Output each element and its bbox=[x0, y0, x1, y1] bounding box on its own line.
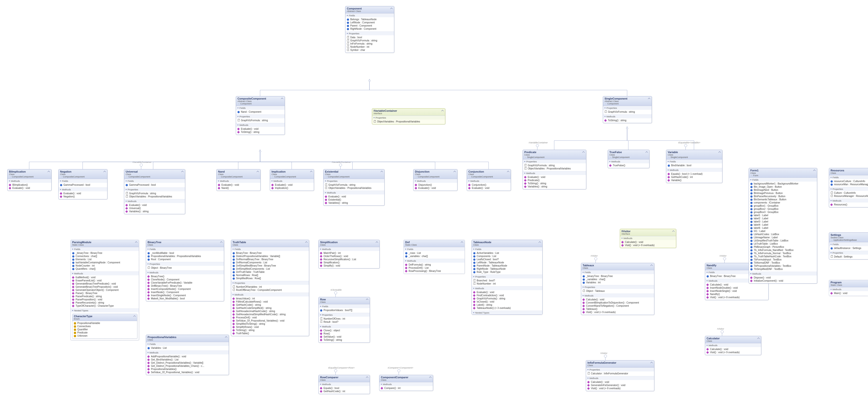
class-box-conjunction[interactable]: Conjunction Class CompositeComponent Met… bbox=[467, 169, 511, 191]
section-header[interactable]: Properties bbox=[345, 32, 394, 35]
class-box-dnf[interactable]: Dnf Static Class Fields_rows : List_vari… bbox=[403, 240, 465, 274]
section-header[interactable]: Methods bbox=[523, 171, 586, 175]
section-header[interactable]: Fields bbox=[749, 178, 817, 181]
class-box-tableauxnode[interactable]: TableauxNode Class FieldsActiveVariables… bbox=[471, 240, 542, 315]
section-header[interactable]: Methods bbox=[404, 259, 465, 263]
section-header[interactable]: Methods bbox=[236, 123, 285, 127]
section-header[interactable]: Fields bbox=[472, 247, 542, 251]
section-header[interactable]: Nested Types bbox=[472, 311, 542, 314]
chevron-up-icon[interactable] bbox=[380, 170, 383, 173]
section-header[interactable]: Fields bbox=[319, 305, 370, 308]
chevron-up-icon[interactable] bbox=[181, 170, 184, 173]
section-header[interactable]: Methods bbox=[379, 382, 433, 386]
section-header[interactable]: Methods bbox=[603, 115, 652, 118]
chevron-up-icon[interactable] bbox=[256, 170, 259, 173]
chevron-up-icon[interactable] bbox=[672, 230, 675, 232]
class-box-predicate[interactable]: Predicate Class SingleComponent Properti… bbox=[523, 150, 586, 189]
chevron-up-icon[interactable] bbox=[650, 362, 653, 364]
section-header[interactable]: Properties bbox=[603, 106, 652, 110]
chevron-up-icon[interactable] bbox=[390, 7, 393, 10]
section-header[interactable]: Fields bbox=[124, 179, 185, 183]
chevron-up-icon[interactable] bbox=[441, 110, 443, 112]
section-header[interactable]: Methods bbox=[581, 294, 654, 297]
section-header[interactable]: Fields bbox=[345, 13, 394, 17]
chevron-up-icon[interactable] bbox=[281, 97, 283, 100]
chevron-up-icon[interactable] bbox=[650, 264, 653, 266]
chevron-up-icon[interactable] bbox=[538, 241, 541, 244]
class-box-binarytree[interactable]: BinaryTree Class Fields_nonModifiable : … bbox=[146, 240, 224, 301]
chevron-up-icon[interactable] bbox=[582, 151, 585, 153]
chevron-up-icon[interactable] bbox=[366, 298, 368, 301]
class-box-resources[interactable]: Resources Class FieldsresourceCulture : … bbox=[829, 168, 868, 207]
chevron-up-icon[interactable] bbox=[376, 241, 378, 244]
chevron-up-icon[interactable] bbox=[461, 241, 463, 244]
section-header[interactable]: Fields bbox=[404, 247, 465, 251]
chevron-up-icon[interactable] bbox=[48, 170, 50, 173]
class-box-rowcomparer[interactable]: RowComparer Class MethodsEquals() : bool… bbox=[318, 375, 370, 394]
chevron-up-icon[interactable] bbox=[366, 376, 368, 378]
class-box-propositionalvariables[interactable]: PropositionalVariables Class FieldsVaria… bbox=[146, 335, 229, 375]
chevron-up-icon[interactable] bbox=[225, 336, 227, 338]
chevron-up-icon[interactable] bbox=[507, 170, 509, 173]
class-box-tableaux[interactable]: Tableaux Class Fields_binaryTree : Binar… bbox=[581, 263, 654, 315]
chevron-up-icon[interactable] bbox=[220, 241, 222, 244]
class-box-disjunction[interactable]: Disjunction Class CompositeComponent Met… bbox=[413, 169, 458, 191]
section-header[interactable]: Methods bbox=[59, 188, 107, 191]
section-header[interactable]: Methods bbox=[319, 382, 370, 386]
class-box-row[interactable]: Row Class FieldsPropositionValues : bool… bbox=[318, 297, 370, 343]
class-box-singlecomponent[interactable]: SingleComponent Abstract Class Component… bbox=[603, 96, 652, 123]
section-header[interactable]: Fields bbox=[71, 247, 139, 251]
section-header[interactable]: Methods bbox=[620, 236, 676, 240]
class-box-universal[interactable]: Universal Class CompositeComponent Field… bbox=[124, 169, 185, 214]
class-box-truthtable[interactable]: TruthTable Class FieldsBinaryTree : Bina… bbox=[231, 240, 309, 336]
section-header[interactable]: Properties bbox=[323, 179, 384, 183]
section-header[interactable]: Fields bbox=[146, 247, 224, 251]
class-box-componentcomparer[interactable]: ComponentComparer Class MethodsCompare()… bbox=[379, 375, 433, 391]
section-header[interactable]: Properties bbox=[236, 115, 285, 118]
chevron-up-icon[interactable] bbox=[813, 169, 815, 172]
chevron-up-icon[interactable] bbox=[133, 315, 136, 317]
section-header[interactable]: Methods bbox=[217, 179, 260, 183]
class-box-compositecomponent[interactable]: CompositeComponent Abstract Class Compon… bbox=[236, 96, 285, 135]
section-header[interactable]: Nested Types bbox=[71, 309, 139, 312]
class-box-form1[interactable]: Form1 Class Form FieldsbackgroundWorker1… bbox=[749, 168, 817, 284]
class-box-negation[interactable]: Negation Class CompositeComponent Fields… bbox=[58, 169, 107, 199]
section-header[interactable]: Methods bbox=[749, 272, 817, 276]
chevron-up-icon[interactable] bbox=[757, 337, 760, 340]
class-box-ivisitor[interactable]: IVisitor Interface MethodsCalculate() : … bbox=[620, 229, 676, 248]
class-box-settings[interactable]: Settings Sealed Class ApplicationSetting… bbox=[829, 232, 868, 259]
class-box-biimplication[interactable]: BiImplication Class CompositeComponent M… bbox=[7, 169, 52, 191]
section-header[interactable]: Fields bbox=[59, 179, 107, 183]
class-box-truefalse[interactable]: TrueFalse Class SingleComponent MethodsT… bbox=[608, 150, 649, 168]
class-box-implication[interactable]: Implication Class CompositeComponent Met… bbox=[270, 169, 314, 191]
class-box-calculator[interactable]: Calculator Class MethodsCalculate() : vo… bbox=[705, 336, 761, 355]
section-header[interactable]: Methods bbox=[146, 271, 224, 274]
section-header[interactable]: Methods bbox=[319, 247, 379, 251]
section-header[interactable]: Methods bbox=[319, 325, 370, 328]
chevron-up-icon[interactable] bbox=[310, 170, 312, 173]
class-box-infixformulagenerator[interactable]: InfixFormulaGenerator Class PropertiesCa… bbox=[586, 360, 654, 391]
section-header[interactable]: Fields bbox=[236, 106, 285, 110]
chevron-up-icon[interactable] bbox=[648, 97, 650, 100]
section-header[interactable]: Methods bbox=[705, 343, 761, 347]
section-header[interactable]: Methods bbox=[666, 168, 722, 172]
section-header[interactable]: Properties bbox=[829, 187, 868, 191]
section-header[interactable]: Properties bbox=[372, 116, 445, 119]
section-header[interactable]: Properties bbox=[581, 285, 654, 289]
section-header[interactable]: Fields bbox=[666, 160, 722, 163]
section-header[interactable]: Properties bbox=[472, 275, 542, 279]
chevron-up-icon[interactable] bbox=[305, 241, 308, 244]
section-header[interactable]: Properties bbox=[829, 251, 868, 255]
class-box-nand[interactable]: Nand Class CompositeComponent MethodsEva… bbox=[216, 169, 260, 191]
class-box-parsingmodule[interactable]: ParsingModule Static Class Fields_binary… bbox=[70, 240, 139, 340]
section-header[interactable]: Methods bbox=[829, 199, 868, 202]
section-header[interactable]: Properties bbox=[146, 262, 224, 266]
section-header[interactable]: Fields bbox=[829, 175, 868, 179]
chevron-up-icon[interactable] bbox=[429, 376, 431, 378]
section-header[interactable]: Fields bbox=[146, 342, 229, 346]
section-header[interactable]: Methods bbox=[586, 376, 654, 380]
section-header[interactable]: Properties bbox=[586, 368, 654, 371]
class-box-variable[interactable]: Variable Class SingleComponent FieldsBin… bbox=[666, 150, 722, 183]
section-header[interactable]: Methods bbox=[467, 179, 511, 183]
section-header[interactable]: Methods bbox=[472, 286, 542, 290]
